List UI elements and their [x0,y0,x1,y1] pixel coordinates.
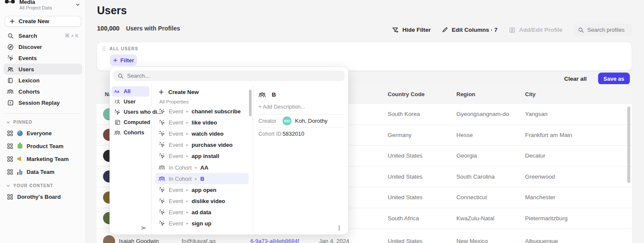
column-header-country[interactable]: Country Code [380,91,448,97]
dropdown-item-event-like-video[interactable]: Event▸like video [155,117,249,128]
dropdown-item-event-app-install[interactable]: Event▸app install [155,151,249,162]
dropdown-item-event-ad-data[interactable]: Event▸ad data [155,207,249,218]
create-new-label: Create New [19,18,49,24]
user-country: United States [380,238,448,243]
item-name: dislike video [191,198,225,204]
search-profiles-box [574,24,632,36]
dropdown-item-event-dislike-video[interactable]: Event▸dislike video [155,196,249,207]
dropdown-item-event-sign-up[interactable]: Event▸sign up [155,218,249,229]
hide-filter-label: Hide Filter [402,27,431,33]
computed-icon [114,119,121,125]
dropdown-tab-computed[interactable]: Computed [112,117,149,128]
sidebar-item-search[interactable]: Search⌘ + K [3,30,82,41]
project-name: Media [19,0,52,5]
user-region: Gyeongsangnam-do [448,111,517,117]
table-scrollbar[interactable] [627,106,630,183]
user-date: Jan 4, 2024 [311,238,380,243]
item-prefix: Event [169,220,183,227]
user-country: South Korea [380,111,448,117]
dropdown-item-event-app-open[interactable]: Event▸app open [155,184,249,195]
pinned-header-label: PINNED [13,120,32,125]
pencil-icon [442,27,448,33]
edit-columns-button[interactable]: Edit Columns · 7 [442,27,498,33]
your-content-header[interactable]: YOUR CONTENT [0,181,85,190]
dropdown-item-event-purchase-video[interactable]: Event▸purchase video [155,140,249,151]
chevron-down-icon [6,184,10,188]
dropdown-search-input[interactable] [127,73,340,79]
user-region: Hesse [448,132,517,138]
users-icon [7,66,14,73]
sidebar-item-lexicon[interactable]: Lexicon [3,75,82,86]
user-region: Georgia [448,152,517,159]
board-grid-icon [7,194,13,200]
hide-filter-button[interactable]: Hide Filter [392,27,431,33]
profile-card-icon [509,27,516,33]
search-profiles-input[interactable] [587,27,628,33]
item-name: ad data [191,209,211,216]
sidebar-board-everyone[interactable]: Everyone [0,127,85,140]
add-description-button[interactable]: + Add Description... [258,100,343,114]
sidebar-board-data-team[interactable]: Data Team [0,165,85,178]
user-city: Greenwood [517,173,632,180]
dropdown-tabs: AaAllUserUsers who di...ComputedCohorts [110,85,152,234]
sidebar-item-users[interactable]: Users [3,64,82,75]
event-icon [158,220,165,227]
item-name: app open [191,187,216,193]
event-icon [158,108,165,115]
item-name: app install [191,153,219,159]
plus-icon [113,58,118,63]
event-icon [158,209,165,216]
column-header-city[interactable]: City [517,91,632,97]
chevron-down-icon [6,120,10,125]
dropdown-create-new[interactable]: Create New [155,86,249,97]
create-new-button[interactable]: Create New [5,16,81,27]
board-label: Dorothy's Board [17,194,61,200]
dropdown-tab-user[interactable]: User [112,97,149,107]
sidebar-item-discover[interactable]: Discover [3,41,82,52]
project-info: Media All Project Data [19,0,52,11]
sidebar-item-session-replay[interactable]: Session Replay [3,97,82,108]
user-avatar [103,235,115,243]
column-header-region[interactable]: Region [448,91,517,97]
board-label: Marketing Team [27,156,69,162]
more-options-icon[interactable] [336,225,342,231]
item-name: watch video [191,131,223,137]
dropdown-item-in-cohort-aa[interactable]: In Cohort▸AA [155,162,249,173]
caret-right-icon: ▸ [195,166,197,170]
clear-all-button[interactable]: Clear all [564,76,587,82]
user-country: South Africa [380,215,448,222]
sidebar-board-product-team[interactable]: Product Team [0,140,85,152]
add-edit-profile-button[interactable]: Add/Edit Profile [509,27,562,33]
sidebar-item-events[interactable]: Events [3,52,82,64]
dropdown-scrollbar[interactable] [249,90,252,116]
collapse-panel-icon[interactable] [141,225,147,231]
user-country: United States [380,194,448,200]
sidebar-item-label: Search [18,33,37,39]
dropdown-item-event-channel-subscribe[interactable]: Event▸channel subscribe [155,106,249,117]
pinned-header[interactable]: PINNED [0,117,85,127]
dropdown-tab-cohorts[interactable]: Cohorts [112,128,149,138]
sidebar-board-dorothy-s-board[interactable]: Dorothy's Board [0,190,85,203]
project-subtitle: All Project Data [19,5,52,11]
drag-handle-icon[interactable] [102,46,106,51]
user-region: South Carolina [448,173,517,180]
dropdown-tab-label: Cohorts [124,130,144,136]
dropdown-item-event-watch-video[interactable]: Event▸watch video [155,128,249,139]
save-as-button[interactable]: Save as [598,73,630,85]
plus-icon [9,18,15,24]
caret-right-icon: ▸ [186,199,188,203]
project-switcher[interactable]: Media All Project Data [0,0,85,12]
sidebar-board-marketing-team[interactable]: Marketing Team [0,152,85,165]
dropdown-tab-all[interactable]: AaAll [112,86,149,97]
add-filter-button[interactable]: Filter [110,55,137,66]
item-prefix: Event [169,142,183,148]
profile-count-label: Users with Profiles [126,25,180,32]
item-prefix: Event [169,187,183,193]
sidebar-item-cohorts[interactable]: Cohorts [3,86,82,97]
your-content-boards: Dorothy's Board [0,190,85,203]
item-prefix: In Cohort [169,176,191,182]
dropdown-item-in-cohort-b[interactable]: In Cohort▸B [155,173,249,184]
dropdown-tab-users-who-di[interactable]: Users who di... [112,107,149,117]
user-city: Decatur [517,152,632,159]
creator-name: Koh, Dorothy [295,118,328,124]
